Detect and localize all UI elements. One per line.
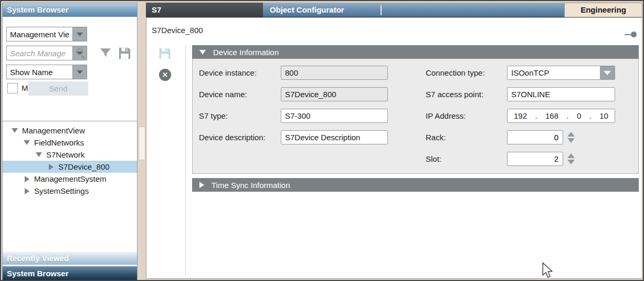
expand-arrow-icon[interactable]: [47, 164, 55, 170]
device-description-field[interactable]: [281, 130, 388, 144]
ip-dot: .: [566, 109, 568, 122]
tab-object-configurator[interactable]: Object Configurator: [263, 3, 564, 17]
chevron-down-icon: [77, 33, 83, 36]
section-title: Time Sync Information: [212, 181, 290, 190]
device-information-header[interactable]: Device Information: [192, 45, 639, 59]
tab-s7[interactable]: S7: [146, 3, 263, 17]
tree-item-label: S7Network: [43, 150, 85, 159]
spinner-down-icon[interactable]: [567, 138, 575, 143]
recently-viewed-bar[interactable]: Recently Viewed: [3, 252, 137, 265]
mouse-cursor: [542, 262, 553, 279]
display-mode-dropdown[interactable]: [6, 65, 87, 79]
tree-item-label: ManagementSystem: [30, 174, 107, 183]
tree-item-s7device-800[interactable]: S7Device_800: [3, 161, 137, 173]
ip-octet-3[interactable]: 0: [577, 109, 581, 122]
tree-item-s7network[interactable]: S7Network: [3, 149, 137, 161]
send-button[interactable]: Send: [28, 81, 88, 96]
view-select-dropdown[interactable]: [6, 27, 87, 41]
time-sync-section: Time Sync Information: [192, 178, 639, 192]
device-instance-field[interactable]: [281, 66, 388, 80]
search-input[interactable]: [7, 46, 72, 60]
view-select-value[interactable]: [7, 27, 72, 41]
ip-address-label: IP Address:: [426, 109, 466, 123]
s7-access-point-label: S7 access point:: [426, 87, 483, 101]
tree-item-label: SystemSettings: [30, 186, 89, 195]
section-title: Device Information: [213, 48, 279, 57]
view-dropdown-button[interactable]: [72, 27, 87, 41]
system-browser-bar[interactable]: System Browser: [3, 266, 137, 280]
selected-object-title: S7Device_800: [152, 26, 203, 35]
slot-label: Slot:: [426, 152, 441, 166]
time-sync-header[interactable]: Time Sync Information: [192, 178, 639, 192]
display-mode-value[interactable]: [7, 65, 72, 79]
connection-type-dropdown[interactable]: ISOonTCP: [507, 66, 615, 80]
object-configurator-view: S7Device_800 ✕ Device Information Device…: [146, 17, 642, 279]
device-name-label: Device name:: [199, 87, 247, 101]
chevron-down-icon: [77, 70, 83, 74]
ip-octet-1[interactable]: 192: [514, 109, 527, 122]
device-instance-label: Device instance:: [199, 66, 257, 80]
rack-field[interactable]: [507, 130, 563, 144]
spinner-down-icon[interactable]: [567, 160, 575, 164]
ip-address-field[interactable]: 192 . 168 . 0 . 10: [507, 109, 615, 123]
spinner-up-icon[interactable]: [567, 132, 575, 137]
spinner-up-icon[interactable]: [567, 153, 575, 158]
panel-splitter-handle[interactable]: [139, 127, 145, 160]
slot-stepper: [567, 152, 575, 166]
ip-dot: .: [589, 109, 592, 122]
tree-item-label: ManagementView: [18, 126, 85, 135]
s7-access-point-field[interactable]: [507, 87, 615, 101]
application-window: System Browser: [0, 0, 644, 281]
device-name-field[interactable]: [281, 87, 388, 101]
tab-bar: S7 Object Configurator Engineering: [146, 3, 642, 17]
option-checkbox[interactable]: [7, 83, 18, 93]
search-combo[interactable]: [6, 46, 87, 60]
section-collapse-icon: [199, 50, 206, 55]
ip-dot: .: [535, 109, 537, 122]
ip-octet-2[interactable]: 168: [545, 109, 558, 122]
system-browser-panel-title: System Browser: [3, 3, 137, 17]
chevron-down-icon: [604, 71, 611, 75]
tab-separator: [381, 5, 382, 15]
toolbar-divider: [185, 45, 186, 275]
filter-icon[interactable]: [99, 47, 112, 60]
expand-arrow-icon[interactable]: [23, 176, 30, 182]
s7-type-field[interactable]: [281, 109, 388, 123]
tree-item-managementsystem[interactable]: ManagementSystem: [3, 173, 137, 185]
connection-type-value: ISOonTCP: [508, 66, 600, 79]
rack-stepper: [567, 130, 575, 144]
tab-engineering[interactable]: Engineering: [564, 3, 642, 17]
tree-item-label: FieldNetworks: [30, 138, 84, 147]
tab-object-configurator-label: Object Configurator: [270, 5, 344, 14]
cancel-icon[interactable]: ✕: [159, 69, 171, 81]
browser-controls: M Send: [3, 17, 137, 121]
system-browser-panel: System Browser: [2, 3, 138, 281]
option-checkbox-label: M: [22, 81, 28, 95]
save-icon[interactable]: [158, 47, 172, 60]
connection-type-label: Connection type:: [426, 66, 485, 80]
connection-type-dropdown-button[interactable]: [600, 66, 615, 79]
tree-item-managementview[interactable]: ManagementView: [3, 124, 137, 137]
device-information-section: Device Information Device instance: Devi…: [192, 45, 639, 174]
expand-arrow-icon[interactable]: [23, 188, 30, 194]
tree-item-fieldnetworks[interactable]: FieldNetworks: [3, 137, 137, 149]
display-dropdown-button[interactable]: [72, 65, 87, 79]
slot-field[interactable]: [507, 152, 563, 166]
search-icon[interactable]: [76, 48, 85, 57]
collapse-arrow-icon[interactable]: [23, 140, 30, 145]
tree-item-label: S7Device_800: [55, 162, 110, 171]
collapse-arrow-icon[interactable]: [11, 128, 18, 133]
device-description-label: Device description:: [199, 130, 266, 144]
object-tree: ManagementView FieldNetworks S7Network S…: [3, 121, 137, 250]
rack-label: Rack:: [426, 130, 446, 144]
collapse-arrow-icon[interactable]: [35, 152, 43, 157]
ip-octet-4[interactable]: 10: [599, 109, 608, 122]
save-filter-icon[interactable]: [118, 46, 132, 60]
device-information-body: Device instance: Device name: S7 type: D…: [192, 59, 639, 174]
section-expand-icon: [199, 182, 204, 188]
pin-icon[interactable]: [625, 32, 637, 37]
tree-item-systemsettings[interactable]: SystemSettings: [3, 185, 137, 197]
s7-type-label: S7 type:: [199, 109, 228, 123]
